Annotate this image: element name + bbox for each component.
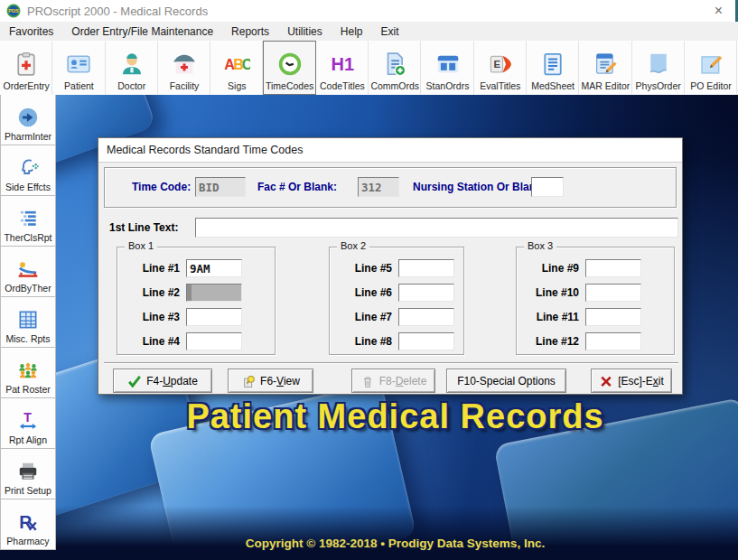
- group-box-title: Box 2: [337, 240, 369, 251]
- toolbar-label: StanOrdrs: [426, 80, 470, 91]
- toolbar-medsheet[interactable]: MedSheet: [527, 41, 579, 95]
- sidebar-item-therclsrpt[interactable]: TherClsRpt: [0, 195, 56, 247]
- line-10-field[interactable]: [585, 284, 641, 302]
- line-4-field[interactable]: [186, 332, 242, 350]
- line-9-field[interactable]: [585, 259, 641, 277]
- time-code-field[interactable]: [195, 177, 246, 197]
- toolbar-doctor[interactable]: Doctor: [106, 41, 158, 95]
- menu-favorites[interactable]: Favorites: [0, 23, 62, 40]
- sidebar-item-rpt-align[interactable]: T Rpt Align: [0, 397, 56, 449]
- sidebar-item-misc-rpts[interactable]: Misc. Rpts: [0, 296, 56, 348]
- toolbar-label: EvalTitles: [480, 80, 520, 91]
- nursing-station-field[interactable]: [531, 177, 564, 197]
- svg-text:T: T: [23, 410, 32, 425]
- toolbar-label: Facility: [170, 80, 200, 91]
- first-line-field[interactable]: [195, 218, 678, 238]
- toolbar-codetitles[interactable]: H1 CodeTitles: [316, 41, 369, 95]
- line-2-field[interactable]: [186, 284, 242, 302]
- med-sheet-icon: [539, 51, 566, 78]
- hospital-icon: [171, 51, 198, 78]
- line-label: Line #1: [117, 262, 186, 275]
- line-label: Line #7: [330, 311, 398, 323]
- line-11-field[interactable]: [585, 308, 641, 326]
- document-plus-icon: [381, 51, 408, 78]
- toolbar-po-editor[interactable]: PO Editor: [685, 41, 737, 95]
- toolbar-mar-editor[interactable]: MAR Editor: [579, 41, 631, 95]
- menu-order-entry-file-maintenance[interactable]: Order Entry/File Maintenance: [62, 23, 222, 40]
- menu-utilities[interactable]: Utilities: [278, 23, 332, 40]
- group-box-3: Box 3 Line #9 Line #10 Line #11 Line #12: [516, 247, 675, 355]
- svg-text:E: E: [493, 59, 500, 70]
- line-label: Line #4: [117, 335, 186, 348]
- fac-field[interactable]: [358, 177, 399, 197]
- view-doc-icon: [241, 374, 256, 388]
- sneeze-face-icon: [16, 156, 40, 180]
- table-grid-icon: [16, 308, 40, 331]
- toolbar-commords[interactable]: CommOrds: [369, 41, 421, 95]
- line-label: Line #8: [330, 335, 398, 348]
- menu-reports[interactable]: Reports: [222, 23, 278, 40]
- toolbar-label: OrderEntry: [3, 80, 49, 91]
- check-icon: [127, 374, 142, 388]
- doctor-icon: [118, 51, 145, 78]
- toolbar-patient[interactable]: Patient: [52, 41, 105, 95]
- dialog-body: Time Code: Fac # Or Blank: Nursing Stati…: [98, 163, 682, 395]
- button-label: F10-Special Options: [457, 375, 556, 387]
- f8-delete-button[interactable]: F8-Delete: [351, 369, 435, 393]
- sidebar-item-side-effcts[interactable]: Side Effcts: [0, 145, 56, 196]
- close-icon[interactable]: ×: [715, 4, 723, 18]
- sidebar-item-pat-roster[interactable]: Pat Roster: [0, 347, 56, 398]
- svg-text:C: C: [242, 56, 250, 72]
- toolbar-label: PO Editor: [690, 80, 732, 91]
- red-x-icon: [599, 374, 613, 388]
- group-box-title: Box 1: [125, 240, 157, 251]
- line-5-field[interactable]: [398, 259, 454, 277]
- toolbar-timecodes[interactable]: TimeCodes: [263, 41, 315, 95]
- toolbar-facility[interactable]: Facility: [158, 41, 210, 95]
- rx-icon: R: [16, 510, 40, 534]
- e-arrow-icon: E: [487, 51, 514, 78]
- separator: [104, 362, 678, 364]
- group-box-1: Box 1 Line #1 Line #2 Line #3 Line #4: [117, 247, 276, 355]
- line-8-field[interactable]: [398, 332, 454, 350]
- line-label: Line #10: [517, 286, 585, 299]
- esc-exit-button[interactable]: [Esc]-Exit: [591, 369, 672, 393]
- toolbar-label: MAR Editor: [582, 80, 631, 91]
- sidebar-item-print-setup[interactable]: Print Setup: [0, 448, 56, 499]
- button-label: F8-Delete: [379, 375, 427, 387]
- sidebar-item-ordbyther[interactable]: OrdByTher: [0, 246, 56, 297]
- line-6-field[interactable]: [398, 284, 454, 302]
- line-3-field[interactable]: [186, 308, 242, 326]
- printer-icon: [16, 460, 40, 483]
- app-logo-icon: PDS: [6, 4, 21, 18]
- sidebar-item-pharminter[interactable]: PharmInter: [0, 95, 56, 145]
- f10-special-options-button[interactable]: F10-Special Options: [446, 369, 566, 393]
- toolbar: OrderEntry Patient Doctor Facility A B C: [0, 41, 738, 95]
- sidebar-label: Rpt Align: [9, 434, 47, 445]
- menu-exit[interactable]: Exit: [371, 23, 407, 40]
- toolbar-sigs[interactable]: A B C Sigs: [210, 41, 263, 95]
- abc-letters-icon: A B C: [223, 51, 250, 78]
- title-bar: PDS PROscript 2000 - Medical Records ×: [0, 0, 738, 22]
- toolbar-stanordrs[interactable]: StanOrdrs: [421, 41, 473, 95]
- line-7-field[interactable]: [398, 308, 454, 326]
- sidebar-label: Side Effcts: [5, 182, 51, 192]
- f6-view-button[interactable]: F6-View: [228, 369, 313, 393]
- group-box-2: Box 2 Line #5 Line #6 Line #7 Line #8: [329, 247, 464, 355]
- toolbar-physorder[interactable]: PhysOrder: [632, 41, 685, 95]
- group-box-title: Box 3: [524, 240, 556, 251]
- background-bottom-shade: [0, 506, 738, 560]
- toolbar-label: Sigs: [228, 80, 246, 91]
- toolbar-orderentry[interactable]: OrderEntry: [0, 41, 52, 95]
- indented-list-icon: [16, 207, 40, 230]
- toolbar-evaltitles[interactable]: E EvalTitles: [474, 41, 527, 95]
- f4-update-button[interactable]: F4-Update: [113, 369, 212, 393]
- sidebar-label: PharmInter: [5, 131, 51, 142]
- line-12-field[interactable]: [585, 332, 641, 350]
- line-1-field[interactable]: [186, 259, 242, 277]
- line-label: Line #11: [517, 311, 585, 323]
- sidebar-label: Pharmacy: [6, 536, 49, 546]
- menu-help[interactable]: Help: [332, 23, 372, 40]
- menu-bar: Favorites Order Entry/File Maintenance R…: [0, 22, 738, 41]
- sidebar-item-pharmacy[interactable]: R Pharmacy: [0, 499, 56, 550]
